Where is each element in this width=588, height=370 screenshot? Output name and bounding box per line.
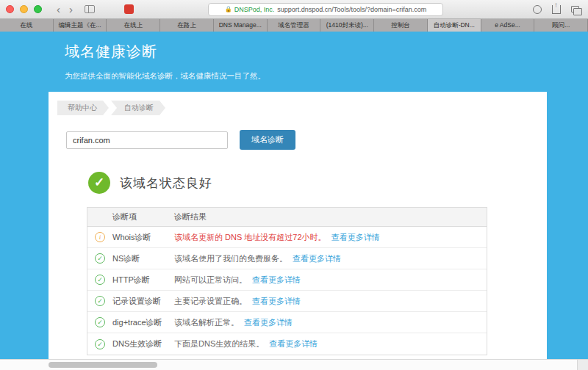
table-row: ✓ HTTP诊断 网站可以正常访问。 查看更多详情	[87, 269, 487, 291]
share-icon[interactable]	[552, 5, 561, 14]
table-row: i Whois诊断 该域名更新的 DNS 地址没有超过72小时。 查看更多详情	[87, 227, 487, 248]
more-details-link[interactable]: 查看更多详情	[252, 275, 301, 284]
diagnosis-name: DNS生效诊断	[112, 338, 174, 349]
check-icon: ✓	[95, 253, 105, 264]
page-subtitle: 为您提供全面的智能化域名诊断，域名健康情况一目了然。	[65, 71, 588, 81]
scrollbar-corner	[577, 360, 588, 370]
diagnosis-result: 该域名解析正常。	[174, 318, 239, 327]
header-item: 诊断项	[112, 211, 174, 222]
diagnosis-form: 域名诊断	[66, 130, 547, 150]
diagnosis-name: 记录设置诊断	[112, 296, 174, 307]
close-window-button[interactable]	[6, 5, 14, 13]
check-icon: ✓	[95, 296, 105, 306]
diagnosis-result: 主要记录设置正确。	[174, 297, 247, 305]
browser-tab[interactable]: DNS Manage...	[214, 19, 268, 32]
extension-circle-icon[interactable]	[533, 5, 542, 14]
diagnosis-name: Whois诊断	[112, 232, 174, 243]
horizontal-scrollbar[interactable]	[0, 359, 588, 370]
check-icon: ✓	[95, 317, 105, 327]
more-details-link[interactable]: 查看更多详情	[269, 339, 318, 348]
status-ok-icon: ✓	[88, 172, 110, 194]
diagnosis-result: 下面是DNS生效的结果。	[174, 339, 264, 348]
browser-tab[interactable]: 在路上	[160, 19, 214, 32]
more-details-link[interactable]: 查看更多详情	[331, 233, 380, 242]
table-row: ✓ NS诊断 该域名使用了我们的免费服务。 查看更多详情	[87, 248, 487, 269]
back-button[interactable]: ‹	[52, 4, 65, 15]
diagnose-button[interactable]: 域名诊断	[240, 130, 295, 150]
browser-tab[interactable]: 域名管理器	[268, 19, 321, 32]
browser-tab[interactable]: 在线上	[107, 19, 160, 32]
more-details-link[interactable]: 查看更多详情	[252, 297, 301, 305]
scrollbar-thumb[interactable]	[49, 362, 157, 368]
forward-button[interactable]: ›	[65, 4, 77, 15]
check-icon: ✓	[95, 339, 105, 349]
header-result: 诊断结果	[174, 211, 487, 222]
browser-tab[interactable]: 在线	[0, 19, 54, 32]
content-card: 帮助中心 自动诊断 域名诊断 ✓ 该域名状态良好 诊断项 诊断结果 i Whoi…	[49, 92, 547, 370]
domain-input[interactable]	[66, 131, 228, 149]
diagnosis-name: NS诊断	[112, 253, 174, 264]
more-details-link[interactable]: 查看更多详情	[293, 254, 341, 263]
address-bar[interactable]: 🔒 DNSPod, Inc. support.dnspod.cn/Tools/t…	[208, 3, 443, 16]
extension-red-icon[interactable]	[124, 4, 134, 14]
diagnosis-result: 该域名使用了我们的免费服务。	[174, 254, 287, 263]
browser-toolbar: ‹ › 🔒 DNSPod, Inc. support.dnspod.cn/Too…	[0, 0, 588, 19]
diagnosis-name: HTTP诊断	[112, 275, 174, 286]
browser-tab[interactable]: 顾问...	[534, 19, 588, 32]
table-row: ✓ 记录设置诊断 主要记录设置正确。 查看更多详情	[87, 291, 487, 312]
check-icon: ✓	[95, 275, 105, 285]
browser-tab[interactable]: 控制台	[374, 19, 428, 32]
minimize-window-button[interactable]	[20, 5, 28, 13]
tab-overview-icon[interactable]	[571, 6, 579, 12]
browser-tab[interactable]: (1410封未读)...	[320, 19, 374, 32]
zoom-window-button[interactable]	[34, 5, 42, 13]
tab-bar: 在线 编辑主题《在... 在线上 在路上 DNS Manage... 域名管理器…	[0, 19, 588, 32]
sidebar-icon[interactable]	[85, 5, 95, 13]
diagnosis-table: 诊断项 诊断结果 i Whois诊断 该域名更新的 DNS 地址没有超过72小时…	[87, 207, 487, 355]
page-title: 域名健康诊断	[65, 42, 588, 62]
certificate-name: DNSPod, Inc.	[234, 6, 275, 13]
status-summary: ✓ 该域名状态良好	[88, 172, 547, 194]
breadcrumb: 帮助中心 自动诊断	[49, 92, 547, 115]
status-heading: 该域名状态良好	[120, 175, 212, 192]
page-background: 域名健康诊断 为您提供全面的智能化域名诊断，域名健康情况一目了然。 帮助中心 自…	[0, 32, 588, 370]
table-header: 诊断项 诊断结果	[87, 208, 487, 227]
breadcrumb-auto-diagnosis[interactable]: 自动诊断	[111, 101, 165, 115]
page-url: support.dnspod.cn/Tools/tools/?domain=cr…	[277, 6, 426, 13]
window-controls	[6, 5, 42, 13]
hero-banner: 域名健康诊断 为您提供全面的智能化域名诊断，域名健康情况一目了然。	[0, 32, 588, 92]
more-details-link[interactable]: 查看更多详情	[244, 318, 293, 327]
breadcrumb-help-center[interactable]: 帮助中心	[57, 101, 109, 115]
warning-icon: i	[95, 232, 105, 242]
lock-icon: 🔒	[225, 6, 232, 12]
diagnosis-result: 网站可以正常访问。	[174, 275, 247, 284]
table-row: ✓ DNS生效诊断 下面是DNS生效的结果。 查看更多详情	[87, 333, 487, 355]
browser-tab[interactable]: 编辑主题《在...	[54, 19, 107, 32]
diagnosis-result: 该域名更新的 DNS 地址没有超过72小时。	[174, 233, 326, 242]
browser-tab-active[interactable]: 自动诊断-DN...	[428, 19, 481, 32]
table-row: ✓ dig+trace诊断 该域名解析正常。 查看更多详情	[87, 312, 487, 333]
diagnosis-name: dig+trace诊断	[112, 317, 174, 328]
browser-tab[interactable]: e AdSe...	[481, 19, 535, 32]
